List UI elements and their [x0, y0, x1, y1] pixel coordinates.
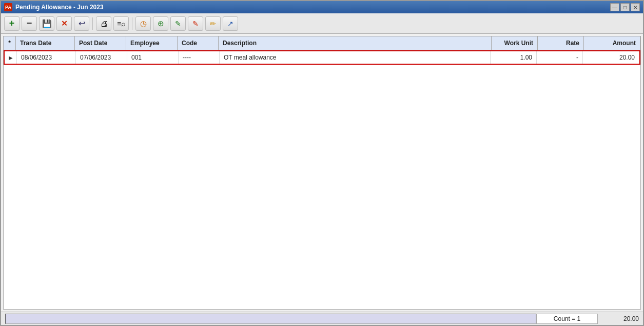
col-header-work-unit: Work Unit: [492, 36, 538, 50]
col-header-description: Description: [219, 36, 492, 50]
add-record-button[interactable]: ⊕: [153, 16, 168, 31]
print-button[interactable]: 🖨: [96, 16, 111, 31]
row-pointer: ▶: [5, 51, 17, 64]
edit-green-button[interactable]: ✎: [170, 16, 186, 31]
status-bar: Count = 1 20.00: [1, 312, 643, 325]
undo-icon: ↩: [79, 18, 85, 28]
export-button[interactable]: ↗: [223, 16, 238, 31]
cell-work-unit: 1.00: [491, 51, 537, 64]
status-left-panel: [5, 314, 536, 324]
add-button[interactable]: +: [4, 16, 19, 31]
pencil-button[interactable]: ✏: [205, 16, 221, 31]
export-icon: ↗: [227, 20, 233, 28]
clock-icon: ◷: [140, 19, 147, 28]
total-value: 20.00: [623, 315, 639, 322]
cell-rate: -: [537, 51, 583, 64]
save-icon: 💾: [42, 19, 52, 28]
col-header-amount: Amount: [584, 36, 640, 50]
col-header-rate: Rate: [538, 36, 584, 50]
cell-code: ----: [179, 51, 220, 64]
cell-trans-date: 08/06/2023: [17, 51, 76, 64]
main-window: PA Pending Allowance - Jun 2023 — □ ✕ + …: [0, 0, 644, 326]
col-header-employee: Employee: [126, 36, 178, 50]
col-header-post-date: Post Date: [75, 36, 126, 50]
cell-amount: 20.00: [583, 51, 639, 64]
maximize-button[interactable]: □: [620, 3, 630, 11]
close-button[interactable]: ✕: [631, 3, 640, 11]
count-display: Count = 1: [536, 314, 598, 324]
pencil-icon: ✏: [210, 20, 216, 28]
cell-employee: 001: [127, 51, 179, 64]
clock-button[interactable]: ◷: [135, 16, 151, 31]
undo-button[interactable]: ↩: [74, 16, 89, 31]
edit-green-icon: ✎: [175, 20, 181, 28]
col-header-trans-date: Trans Date: [16, 36, 75, 50]
table-header: * Trans Date Post Date Employee Code Des…: [4, 36, 640, 50]
remove-button[interactable]: −: [22, 16, 37, 31]
minimize-button[interactable]: —: [610, 3, 619, 11]
col-header-code: Code: [178, 36, 219, 50]
cancel-button[interactable]: ✕: [56, 16, 72, 31]
content-area: * Trans Date Post Date Employee Code Des…: [3, 36, 641, 310]
search-button[interactable]: ≡⌕: [113, 16, 129, 31]
title-bar: PA Pending Allowance - Jun 2023 — □ ✕: [1, 1, 643, 13]
cancel-icon: ✕: [61, 19, 68, 28]
count-label: Count = 1: [554, 315, 580, 322]
cell-description: OT meal allowance: [220, 51, 491, 64]
window-title: Pending Allowance - Jun 2023: [15, 4, 104, 11]
total-display: 20.00: [598, 315, 639, 322]
col-header-marker: *: [4, 36, 16, 50]
add-icon: +: [9, 18, 15, 29]
edit-red-icon: ✎: [192, 20, 199, 28]
edit-red-button[interactable]: ✎: [188, 16, 203, 31]
app-icon: PA: [4, 3, 12, 11]
title-bar-left: PA Pending Allowance - Jun 2023: [4, 3, 104, 11]
toolbar-separator-2: [132, 17, 132, 30]
table-row[interactable]: ▶ 08/06/2023 07/06/2023 001 ---- OT meal…: [4, 50, 640, 65]
title-controls: — □ ✕: [610, 3, 640, 11]
search-icon: ≡⌕: [117, 20, 125, 28]
print-icon: 🖨: [100, 19, 108, 28]
toolbar-separator-1: [92, 17, 93, 30]
toolbar: + − 💾 ✕ ↩ 🖨 ≡⌕ ◷ ⊕ ✎ ✎: [1, 13, 643, 34]
table-body: ▶ 08/06/2023 07/06/2023 001 ---- OT meal…: [4, 50, 640, 309]
minus-icon: −: [27, 18, 32, 29]
cell-post-date: 07/06/2023: [76, 51, 127, 64]
add-record-icon: ⊕: [158, 19, 164, 28]
save-button[interactable]: 💾: [39, 16, 54, 31]
